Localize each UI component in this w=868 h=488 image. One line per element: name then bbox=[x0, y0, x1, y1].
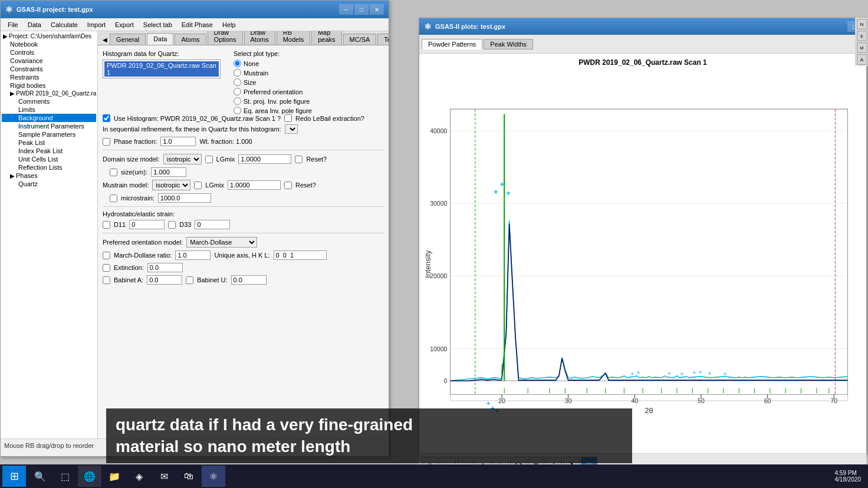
tab-rb-models[interactable]: RB Models bbox=[277, 31, 310, 45]
taskbar-search-icon[interactable]: 🔍 bbox=[28, 466, 52, 487]
radio-mustrain[interactable]: Mustrain bbox=[234, 69, 312, 77]
must-lgmix-input[interactable] bbox=[228, 180, 281, 190]
microstrain-checkbox[interactable] bbox=[110, 194, 117, 202]
reset-checkbox[interactable] bbox=[295, 156, 303, 163]
radio-none[interactable]: None bbox=[234, 60, 312, 67]
tab-draw-atoms[interactable]: Draw Atoms bbox=[244, 31, 275, 45]
radio-preferred-orientation[interactable]: Preferred orientation bbox=[234, 88, 312, 95]
taskbar-task-view-icon[interactable]: ⬚ bbox=[53, 466, 77, 487]
tree-index-peak-list[interactable]: Index Peak List bbox=[2, 147, 96, 155]
minimize-button[interactable]: ─ bbox=[339, 4, 353, 15]
taskbar-mail-icon[interactable]: ✉ bbox=[152, 466, 176, 487]
use-histogram-row: Use Histogram: PWDR 2019_02_06_Quartz.ra… bbox=[103, 114, 384, 122]
taskbar-edge-icon[interactable]: ◈ bbox=[127, 466, 151, 487]
taskbar-explorer-icon[interactable]: 📁 bbox=[103, 466, 126, 487]
tree-reflection-lists[interactable]: Reflection Lists bbox=[2, 163, 96, 172]
babinet-u-checkbox[interactable] bbox=[186, 276, 193, 284]
radio-eq-area[interactable]: Eq. area Inv. pole figure bbox=[234, 107, 312, 114]
taskbar-store-icon[interactable]: 🛍 bbox=[177, 466, 200, 487]
close-button[interactable]: ✕ bbox=[370, 4, 384, 15]
tab-general[interactable]: General bbox=[110, 34, 146, 45]
tab-texture[interactable]: Texture bbox=[377, 34, 389, 45]
menu-file[interactable]: File bbox=[3, 20, 23, 29]
radio-st-proj[interactable]: St. proj. Inv. pole figure bbox=[234, 97, 312, 105]
tree-pwdr[interactable]: ▶ PWDR 2019_02_06_Quartz.ra bbox=[2, 90, 96, 97]
start-button[interactable]: ⊞ bbox=[2, 466, 26, 487]
tab-scroll-left[interactable]: ◀ bbox=[100, 35, 110, 45]
size-checkbox[interactable] bbox=[110, 169, 117, 176]
unique-axis-input[interactable] bbox=[274, 250, 327, 260]
tree-unit-cells[interactable]: Unit Cells List bbox=[2, 155, 96, 163]
tree-sample-params[interactable]: Sample Parameters bbox=[2, 130, 96, 139]
redo-lebail-checkbox[interactable] bbox=[284, 114, 292, 122]
tab-mcsa[interactable]: MC/SA bbox=[343, 34, 377, 45]
size-input[interactable] bbox=[151, 167, 186, 177]
tab-map-peaks[interactable]: Map peaks bbox=[311, 31, 341, 45]
march-dollase-input[interactable] bbox=[175, 250, 211, 260]
tree-instrument-params[interactable]: Instrument Parameters bbox=[2, 122, 96, 130]
tree-limits[interactable]: Limits bbox=[2, 105, 96, 114]
tree-quartz[interactable]: Quartz bbox=[2, 180, 96, 188]
maximize-button[interactable]: □ bbox=[354, 4, 369, 15]
lgmix-checkbox[interactable] bbox=[205, 156, 213, 163]
babinet-a-input[interactable] bbox=[147, 275, 182, 285]
side-easy-button[interactable]: E bbox=[857, 31, 867, 41]
must-lgmix-checkbox[interactable] bbox=[194, 182, 202, 189]
domain-size-select[interactable]: isotropic bbox=[163, 154, 202, 164]
d33-checkbox[interactable] bbox=[168, 221, 176, 229]
histogram-item[interactable]: PWDR 2019_02_06_Quartz.raw Scan 1 bbox=[104, 61, 219, 77]
extinction-input[interactable] bbox=[147, 263, 183, 272]
tree-project[interactable]: ▶ Project: C:\Users\shamfam\Des bbox=[2, 32, 96, 40]
tab-atoms[interactable]: Atoms bbox=[175, 34, 206, 45]
side-matrix-button[interactable]: M bbox=[857, 42, 867, 53]
taskbar-ie-icon[interactable]: 🌐 bbox=[78, 466, 101, 487]
wt-fraction-label: Wt. fraction: 1.000 bbox=[199, 138, 252, 145]
tree-peak-list[interactable]: Peak List bbox=[2, 139, 96, 147]
menu-calculate[interactable]: Calculate bbox=[46, 20, 83, 29]
microstrain-input[interactable] bbox=[158, 193, 211, 203]
babinet-a-checkbox[interactable] bbox=[103, 276, 110, 284]
tree-restraints[interactable]: Restraints bbox=[2, 73, 96, 81]
histogram-list[interactable]: PWDR 2019_02_06_Quartz.raw Scan 1 bbox=[103, 60, 221, 78]
menu-edit-phase[interactable]: Edit Phase bbox=[177, 20, 218, 29]
extinction-checkbox[interactable] bbox=[103, 264, 110, 272]
mustrain-model-select[interactable]: isotropic bbox=[152, 180, 190, 190]
babinet-u-input[interactable] bbox=[231, 275, 267, 285]
d11-checkbox[interactable] bbox=[103, 221, 110, 229]
tree-controls[interactable]: Controls bbox=[2, 48, 96, 57]
pref-orient-label: Preferred orientation model: bbox=[103, 239, 183, 246]
svg-text:+: + bbox=[500, 180, 504, 189]
tree-constraints[interactable]: Constraints bbox=[2, 65, 96, 73]
tree-background[interactable]: Background bbox=[2, 114, 96, 122]
d11-input[interactable] bbox=[129, 220, 165, 229]
radio-size[interactable]: Size bbox=[234, 78, 312, 86]
menu-select-tab[interactable]: Select tab bbox=[139, 20, 177, 29]
lgmix-input[interactable] bbox=[238, 154, 291, 164]
phase-fraction-input[interactable] bbox=[160, 137, 196, 146]
menu-import[interactable]: Import bbox=[83, 20, 110, 29]
must-reset-checkbox[interactable] bbox=[284, 182, 292, 189]
tab-data[interactable]: Data bbox=[147, 33, 173, 45]
taskbar-gsas-icon[interactable]: ⚛ bbox=[202, 466, 225, 487]
march-dollase-checkbox[interactable] bbox=[103, 252, 110, 259]
tree-covariance[interactable]: Covariance bbox=[2, 57, 96, 65]
sequential-select[interactable] bbox=[285, 124, 298, 134]
tab-draw-options[interactable]: Draw Options bbox=[208, 31, 243, 45]
tree-phases[interactable]: ▶ Phases bbox=[2, 172, 96, 180]
tab-peak-widths[interactable]: Peak Widths bbox=[484, 39, 533, 50]
side-apps-button[interactable]: A bbox=[857, 54, 867, 65]
tree-rigid-bodies[interactable]: Rigid bodies bbox=[2, 81, 96, 90]
tree-notebook[interactable]: Notebook bbox=[2, 40, 96, 48]
tab-powder-patterns[interactable]: Powder Patterns bbox=[422, 39, 482, 50]
side-new-button[interactable]: N bbox=[857, 19, 867, 29]
phase-fraction-checkbox[interactable] bbox=[103, 138, 110, 146]
svg-text:0: 0 bbox=[444, 377, 448, 384]
menu-export[interactable]: Export bbox=[110, 20, 139, 29]
tree-phases-label: Phases bbox=[16, 172, 38, 179]
use-histogram-checkbox[interactable] bbox=[103, 114, 110, 122]
menu-data[interactable]: Data bbox=[23, 20, 46, 29]
pref-orient-select[interactable]: March-Dollase bbox=[186, 237, 257, 248]
tree-comments[interactable]: Comments bbox=[2, 97, 96, 105]
menu-help[interactable]: Help bbox=[218, 20, 241, 29]
d33-input[interactable] bbox=[195, 220, 230, 229]
